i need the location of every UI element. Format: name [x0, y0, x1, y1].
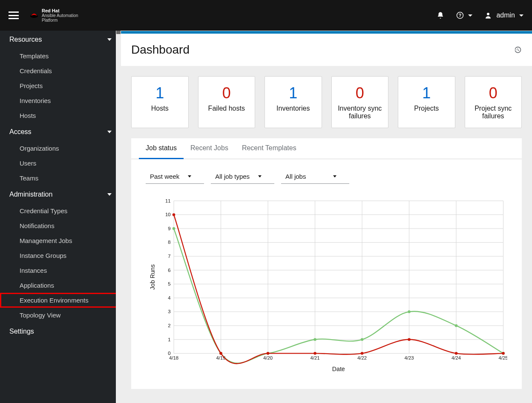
nav-section-resources[interactable]: Resources — [0, 31, 121, 49]
stat-label: Inventories — [269, 105, 317, 112]
chevron-down-icon — [107, 193, 112, 196]
stat-value: 1 — [136, 84, 184, 102]
sidebar-item-topology-view[interactable]: Topology View — [0, 308, 121, 323]
svg-text:4/21: 4/21 — [311, 355, 320, 360]
job-status-panel: Job statusRecent JobsRecent Templates Pa… — [131, 138, 522, 389]
stat-card-hosts[interactable]: 1Hosts — [131, 76, 189, 128]
sidebar-item-templates[interactable]: Templates — [0, 49, 121, 63]
sidebar-item-instances[interactable]: Instances — [0, 263, 121, 278]
filter-0[interactable]: Past week — [146, 169, 204, 184]
svg-text:0: 0 — [168, 351, 170, 356]
brand-text-top: Red Hat — [42, 8, 78, 13]
svg-text:4/25: 4/25 — [499, 355, 507, 360]
job-status-chart: 012345678910114/184/194/204/214/224/234/… — [146, 191, 507, 379]
sidebar-item-users[interactable]: Users — [0, 156, 121, 171]
stat-card-project-sync-failures[interactable]: 0Project sync failures — [465, 76, 522, 128]
sidebar-item-organizations[interactable]: Organizations — [0, 141, 121, 156]
sidebar-item-inventories[interactable]: Inventories — [0, 93, 121, 108]
chevron-down-icon — [188, 175, 191, 177]
main-content: Dashboard 1Hosts0Failed hosts1Inventorie… — [121, 31, 532, 403]
svg-point-50 — [361, 338, 364, 341]
topbar: Red Hat Ansible Automation Platform ? ad… — [0, 0, 532, 31]
svg-point-46 — [173, 227, 175, 230]
question-icon: ? — [456, 11, 464, 19]
svg-text:4/20: 4/20 — [263, 355, 273, 360]
svg-point-60 — [455, 352, 458, 355]
stat-cards: 1Hosts0Failed hosts1Inventories0Inventor… — [121, 66, 532, 138]
sidebar-item-management-jobs[interactable]: Management Jobs — [0, 233, 121, 248]
tab-recent-templates[interactable]: Recent Templates — [235, 138, 303, 159]
svg-text:4/18: 4/18 — [169, 355, 178, 360]
stat-value: 0 — [336, 84, 384, 102]
filter-2[interactable]: All jobs — [281, 169, 349, 184]
user-menu[interactable]: admin — [484, 11, 523, 19]
sidebar-item-hosts[interactable]: Hosts — [0, 108, 121, 123]
svg-text:8: 8 — [168, 240, 170, 245]
sidebar-item-credentials[interactable]: Credentials — [0, 63, 121, 78]
sidebar-item-execution-environments[interactable]: Execution Environments — [0, 293, 121, 308]
brand-logo: Red Hat Ansible Automation Platform — [30, 8, 78, 23]
sidebar-item-credential-types[interactable]: Credential Types — [0, 203, 121, 218]
svg-text:10: 10 — [165, 212, 171, 217]
stat-card-inventory-sync-failures[interactable]: 0Inventory sync failures — [331, 76, 389, 128]
user-icon — [484, 11, 492, 19]
hamburger-menu-icon[interactable] — [9, 11, 19, 19]
svg-text:9: 9 — [168, 226, 170, 231]
bell-icon[interactable] — [437, 11, 444, 19]
svg-point-3 — [487, 13, 489, 15]
nav-section-access[interactable]: Access — [0, 123, 121, 141]
nav-section-settings[interactable]: Settings — [0, 323, 121, 340]
svg-text:3: 3 — [168, 309, 170, 314]
tab-job-status[interactable]: Job status — [139, 138, 184, 159]
stat-value: 0 — [203, 84, 251, 102]
stat-card-projects[interactable]: 1Projects — [398, 76, 455, 128]
sidebar-item-projects[interactable]: Projects — [0, 78, 121, 93]
chevron-down-icon — [107, 38, 112, 41]
svg-text:5: 5 — [168, 281, 170, 286]
chevron-down-icon — [519, 14, 523, 17]
sidebar-item-instance-groups[interactable]: Instance Groups — [0, 248, 121, 263]
chevron-down-icon — [468, 14, 472, 17]
sidebar-item-teams[interactable]: Teams — [0, 171, 121, 186]
stat-value: 1 — [269, 84, 317, 102]
svg-text:4/22: 4/22 — [357, 355, 367, 360]
stat-label: Inventory sync failures — [336, 105, 384, 120]
chevron-down-icon — [107, 131, 112, 133]
help-menu[interactable]: ? — [456, 11, 472, 19]
stat-value: 1 — [403, 84, 451, 102]
svg-point-52 — [455, 324, 458, 327]
svg-point-59 — [408, 338, 411, 341]
svg-text:11: 11 — [165, 198, 171, 203]
brand-text-mid: Ansible Automation — [42, 13, 78, 18]
svg-point-51 — [408, 310, 411, 313]
svg-text:Job Runs: Job Runs — [149, 264, 156, 290]
brand-text-bot: Platform — [42, 18, 78, 23]
stat-card-inventories[interactable]: 1Inventories — [265, 76, 322, 128]
svg-point-54 — [173, 213, 175, 216]
svg-point-0 — [30, 14, 38, 18]
sidebar-item-notifications[interactable]: Notifications — [0, 218, 121, 233]
svg-text:2: 2 — [168, 323, 170, 328]
history-icon[interactable] — [513, 46, 522, 54]
page-title: Dashboard — [131, 43, 190, 57]
stat-label: Failed hosts — [203, 105, 251, 112]
svg-point-49 — [313, 338, 316, 341]
svg-text:7: 7 — [168, 254, 170, 259]
sidebar: ResourcesTemplatesCredentialsProjectsInv… — [0, 31, 121, 403]
user-name: admin — [496, 11, 515, 19]
svg-point-55 — [219, 352, 222, 355]
redhat-icon — [30, 12, 38, 18]
sidebar-scrollbar[interactable] — [116, 31, 121, 403]
tabs: Job statusRecent JobsRecent Templates — [131, 138, 522, 159]
stat-label: Project sync failures — [469, 105, 518, 120]
stat-label: Projects — [403, 105, 451, 112]
sidebar-item-applications[interactable]: Applications — [0, 278, 121, 293]
chart-filters: Past weekAll job typesAll jobs — [131, 159, 522, 189]
nav-section-administration[interactable]: Administration — [0, 186, 121, 203]
stat-card-failed-hosts[interactable]: 0Failed hosts — [198, 76, 256, 128]
svg-text:4/24: 4/24 — [451, 355, 461, 360]
chevron-down-icon — [258, 175, 262, 177]
svg-point-58 — [361, 352, 364, 355]
filter-1[interactable]: All job types — [211, 169, 274, 184]
tab-recent-jobs[interactable]: Recent Jobs — [184, 138, 235, 159]
